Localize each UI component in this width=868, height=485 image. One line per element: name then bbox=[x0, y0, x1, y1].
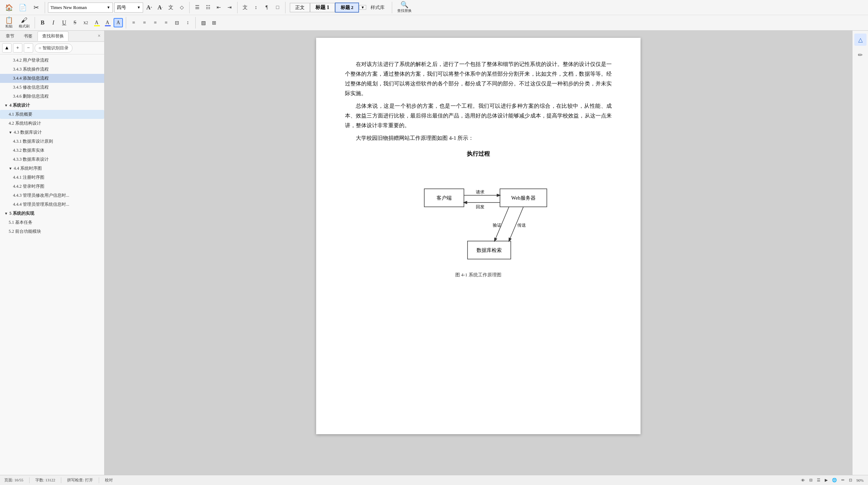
style-heading2[interactable]: 标题 2 bbox=[335, 3, 359, 13]
ai-icon: ○ bbox=[39, 45, 41, 51]
toc-item-41[interactable]: 4.1 系统概要 bbox=[0, 110, 104, 119]
toc-section-43[interactable]: ▼ 4.3 数据库设计 bbox=[0, 128, 104, 137]
right-panel-home-btn[interactable]: △ bbox=[854, 34, 867, 46]
font-color-active-icon: A bbox=[116, 20, 120, 26]
toc-item-346[interactable]: 3.4.6 删除信息流程 bbox=[0, 92, 104, 101]
right-panel-edit-btn[interactable]: ✏ bbox=[854, 49, 867, 61]
expand-btn[interactable]: + bbox=[13, 43, 22, 53]
increase-indent-btn[interactable]: ⇥ bbox=[225, 3, 234, 12]
internet-btn[interactable]: 🌐 bbox=[832, 478, 837, 482]
font-color-btn[interactable]: A bbox=[103, 18, 112, 27]
toc-item-443[interactable]: 4.4.3 管理员修改用户信息时... bbox=[0, 191, 104, 200]
tab-find-replace[interactable]: 查找和替换 bbox=[37, 31, 68, 41]
section4-arrow: ▼ bbox=[4, 103, 8, 107]
justify-btn[interactable]: ≡ bbox=[161, 18, 171, 27]
styles-library-btn[interactable]: 样式库 bbox=[366, 3, 389, 12]
toc-section-44[interactable]: ▼ 4.4 系统时序图 bbox=[0, 164, 104, 173]
paste-icon: 📋 bbox=[5, 17, 13, 23]
toc-item-441[interactable]: 4.4.1 注册时序图 bbox=[0, 173, 104, 182]
left-panel-close-btn[interactable]: × bbox=[96, 32, 103, 40]
toc-item-344[interactable]: 3.4.4 添加信息流程 bbox=[0, 74, 104, 83]
superscript-btn[interactable]: x2 bbox=[81, 18, 90, 27]
increase-font-btn[interactable]: A+ bbox=[145, 3, 154, 12]
line-spacing-btn[interactable]: ↕ bbox=[251, 3, 261, 12]
toc-item-431[interactable]: 4.3.1 数据库设计原则 bbox=[0, 137, 104, 146]
toc-section-4[interactable]: ▼ 4 系统设计 bbox=[0, 101, 104, 110]
styles-dropdown-btn[interactable]: ▼ bbox=[359, 5, 366, 10]
font-color-highlight-btn[interactable]: A bbox=[92, 18, 101, 27]
style-normal[interactable]: 正文 bbox=[290, 3, 310, 12]
align-left-btn[interactable]: ≡ bbox=[129, 18, 138, 27]
toc-section-5[interactable]: ▼ 5 系统的实现 bbox=[0, 209, 104, 218]
paste-label: 粘贴 bbox=[5, 24, 13, 29]
annotate-btn[interactable]: ✏ bbox=[841, 478, 845, 482]
underline-btn[interactable]: U bbox=[59, 18, 69, 27]
toc-item-433[interactable]: 4.3.3 数据库表设计 bbox=[0, 155, 104, 164]
cut-btn[interactable]: ✂ bbox=[30, 1, 42, 14]
ai-toc-btn[interactable]: ○ 智能识别目录 bbox=[35, 44, 72, 53]
screenshot-btn[interactable]: ⊡ bbox=[849, 478, 852, 482]
toc-item-432[interactable]: 4.3.2 数据库实体 bbox=[0, 146, 104, 155]
word-count: 字数: 13122 bbox=[35, 477, 55, 483]
phonetic-btn[interactable]: 文 bbox=[166, 3, 176, 12]
proofread[interactable]: 校对 bbox=[105, 477, 113, 483]
find-replace-btn[interactable]: 🔍 查找替换 bbox=[395, 1, 414, 14]
toc-item-345-label: 3.4.5 修改信息流程 bbox=[13, 85, 49, 90]
ai-btn-label: 智能识别目录 bbox=[43, 45, 68, 51]
italic-btn[interactable]: I bbox=[49, 18, 58, 27]
document-area[interactable]: 在对该方法进行了系统的解析之后，进行了一个包括了整体和细节的记性系统的设计。整体… bbox=[105, 31, 852, 475]
view-outline-btn[interactable]: ☰ bbox=[817, 478, 820, 482]
app-icon[interactable]: 🏠 bbox=[3, 1, 15, 14]
right-panel: △ ✏ bbox=[852, 31, 868, 475]
style-heading1[interactable]: 标题 1 bbox=[310, 3, 335, 12]
format-painter-icon: 🖌 bbox=[21, 17, 27, 23]
show-hide-btn[interactable]: ¶ bbox=[262, 3, 271, 12]
font-name-arrow: ▼ bbox=[107, 5, 110, 9]
tab-bookmark[interactable]: 书签 bbox=[19, 32, 37, 41]
toc-item-345[interactable]: 3.4.5 修改信息流程 bbox=[0, 83, 104, 92]
toc-item-444[interactable]: 4.4.4 管理员管理系统信息时... bbox=[0, 200, 104, 209]
view-outline-icon: ☰ bbox=[817, 478, 820, 482]
tab-chapter[interactable]: 章节 bbox=[1, 32, 19, 41]
chinese-layout-btn[interactable]: 文 bbox=[240, 3, 250, 12]
border-btn[interactable]: □ bbox=[273, 3, 282, 12]
toc-item-342[interactable]: 3.4.2 用户登录流程 bbox=[0, 56, 104, 65]
decrease-indent-btn[interactable]: ⇤ bbox=[214, 3, 223, 12]
spell-check[interactable]: 拼写检查: 打开 bbox=[67, 477, 93, 483]
quick-access[interactable]: 📄 bbox=[17, 1, 29, 14]
play-btn[interactable]: ▶ bbox=[825, 478, 828, 482]
toc-item-42[interactable]: 4.2 系统结构设计 bbox=[0, 119, 104, 128]
center-btn[interactable]: ≡ bbox=[140, 18, 149, 27]
toc-item-51[interactable]: 5.1 基本任务 bbox=[0, 218, 104, 227]
align-right-btn[interactable]: ≡ bbox=[151, 18, 160, 27]
toc-item-52[interactable]: 5.2 前台功能模块 bbox=[0, 227, 104, 236]
toc-item-442[interactable]: 4.4.2 登录时序图 bbox=[0, 182, 104, 191]
view-normal-btn[interactable]: 👁 bbox=[801, 478, 805, 482]
strikethrough-btn[interactable]: S bbox=[70, 18, 80, 27]
paste-btn[interactable]: 📋 粘贴 bbox=[3, 16, 15, 29]
collapse-all-btn[interactable]: ▲ bbox=[2, 43, 12, 53]
bullets-btn[interactable]: ☰ bbox=[192, 3, 202, 12]
format-painter-btn[interactable]: 🖌 格式刷 bbox=[17, 16, 32, 29]
line-spacing2-btn[interactable]: ↕ bbox=[183, 18, 192, 27]
collapse2-btn[interactable]: − bbox=[24, 43, 33, 53]
toc-item-444-label: 4.4.4 管理员管理系统信息时... bbox=[13, 202, 69, 207]
figure-caption: 图 4-1 系统工作原理图 bbox=[455, 272, 501, 278]
bold-btn[interactable]: B bbox=[38, 18, 47, 27]
font-size-value: 四号 bbox=[117, 4, 126, 11]
borders2-btn[interactable]: ⊞ bbox=[209, 18, 219, 27]
shading-btn[interactable]: ▨ bbox=[199, 18, 208, 27]
zoom-control[interactable]: 90% bbox=[856, 478, 864, 482]
toc-item-343[interactable]: 3.4.3 系统操作流程 bbox=[0, 65, 104, 74]
svg-text:回发: 回发 bbox=[476, 204, 484, 209]
font-size-selector[interactable]: 四号 ▼ bbox=[114, 3, 143, 13]
annotate-icon: ✏ bbox=[841, 478, 845, 482]
font-name-selector[interactable]: Times New Roman ▼ bbox=[48, 3, 113, 13]
numbering-btn[interactable]: ☷ bbox=[203, 3, 213, 12]
clear-format-btn[interactable]: ◇ bbox=[177, 3, 186, 12]
toc-list: 3.4.2 用户登录流程 3.4.3 系统操作流程 3.4.4 添加信息流程 3… bbox=[0, 54, 104, 475]
decrease-font-btn[interactable]: A- bbox=[155, 3, 165, 12]
col-layout-btn[interactable]: ⊟ bbox=[172, 18, 182, 27]
font-color-active-btn[interactable]: A bbox=[114, 18, 123, 27]
view-web-btn[interactable]: ⊟ bbox=[809, 478, 812, 482]
